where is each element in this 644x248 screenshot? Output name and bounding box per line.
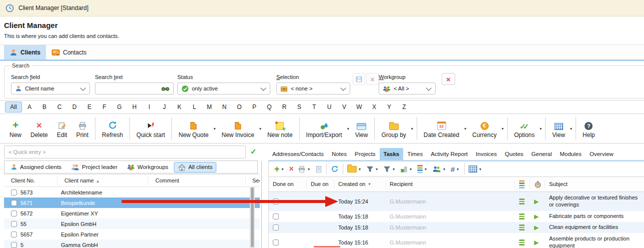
task-row[interactable]: Today 15:24 G.Mustermann ▶ Apply decorat… [269, 192, 644, 211]
column-due-on[interactable]: Due on [307, 180, 334, 188]
print-task-button[interactable]: ▾ [296, 166, 313, 173]
quick-entry-confirm-icon[interactable]: ✓ [250, 148, 257, 155]
client-row[interactable]: 5672 Eigentümer XY [4, 208, 260, 218]
alphabet-letter-x[interactable]: X [367, 102, 382, 112]
new-quote-button[interactable]: New Quote ▾ [174, 119, 217, 138]
column-done-on[interactable]: Done on [269, 180, 307, 188]
task-checkbox[interactable] [273, 198, 279, 204]
delete-task-button[interactable]: × [287, 165, 296, 173]
tab-project-leader[interactable]: Project leader [67, 162, 121, 172]
dropdown-arrow-icon[interactable]: ▾ [540, 126, 542, 131]
add-task-button[interactable]: +▾ [272, 165, 287, 173]
tab-invoices[interactable]: Invoices [472, 148, 501, 160]
report-button[interactable] [313, 166, 324, 173]
view-button[interactable]: View [351, 119, 373, 138]
group-by-button[interactable]: Group by ▾ [377, 119, 414, 138]
task-view-button[interactable]: ▾ [467, 166, 485, 172]
client-row[interactable]: 5 Gamma GmbH [4, 240, 260, 248]
alphabet-letter-a[interactable]: A [22, 102, 37, 112]
status-combobox[interactable]: only active [177, 82, 270, 94]
panel-divider[interactable] [261, 161, 262, 248]
import-export-button[interactable]: Import/Export ▾ [302, 119, 351, 138]
new-invoice-button[interactable]: New Invoice ▾ [217, 119, 263, 138]
alphabet-letter-m[interactable]: M [202, 102, 217, 112]
quick-start-button[interactable]: Quick start [132, 119, 169, 138]
priority-filter-button[interactable]: ▾ [415, 165, 430, 173]
people-filter-button[interactable]: ▾ [430, 166, 449, 172]
row-checkbox[interactable] [11, 200, 17, 206]
column-client-name[interactable]: Client name▲ [57, 176, 148, 184]
alphabet-letter-d[interactable]: D [67, 102, 82, 112]
currency-button[interactable]: €Currency ▾ [468, 119, 505, 138]
column-client-no[interactable]: Client No. [4, 176, 57, 184]
quick-entry-input[interactable]: < Quick entry > [4, 146, 246, 158]
alphabet-letter-k[interactable]: K [172, 102, 187, 112]
alphabet-letter-l[interactable]: L [187, 102, 202, 112]
row-checkbox[interactable] [11, 232, 17, 238]
task-checkbox[interactable] [273, 214, 279, 220]
dropdown-arrow-icon[interactable]: ▾ [425, 167, 427, 172]
delete-button[interactable]: ×Delete [26, 119, 52, 138]
task-folder-button[interactable]: ▾ [345, 166, 364, 172]
tab-contacts[interactable]: Contacts [46, 45, 92, 60]
client-row[interactable]: 5657 Epsilon Partner [4, 229, 260, 240]
tab-general[interactable]: General [528, 148, 556, 160]
search-text-input[interactable] [95, 82, 174, 94]
dropdown-arrow-icon[interactable]: ▾ [570, 126, 572, 131]
filter-edit-button[interactable]: ▾ [381, 166, 398, 173]
alphabet-letter-j[interactable]: J [157, 102, 172, 112]
alphabet-letter-y[interactable]: Y [382, 102, 397, 112]
row-checkbox[interactable] [11, 190, 17, 196]
alphabet-letter-t[interactable]: T [307, 102, 322, 112]
dropdown-arrow-icon[interactable]: ▾ [259, 126, 261, 131]
dropdown-arrow-icon[interactable]: ▾ [411, 126, 413, 131]
alphabet-letter-c[interactable]: C [52, 102, 67, 112]
client-table-scrollbar[interactable] [250, 186, 255, 248]
chart-button[interactable]: ▾ [398, 166, 415, 173]
save-selection-button[interactable] [353, 73, 365, 85]
binoculars-icon[interactable] [161, 86, 170, 92]
workgroup-combobox[interactable]: < All > [379, 82, 436, 94]
refresh-button[interactable]: Refresh [97, 119, 127, 138]
help-button[interactable]: ?Help [578, 119, 600, 138]
row-checkbox[interactable] [11, 242, 17, 248]
refresh-tasks-button[interactable] [329, 165, 341, 173]
grid-number-button[interactable]: #▾ [449, 166, 462, 173]
column-subject[interactable]: Subject [545, 180, 644, 188]
row-checkbox[interactable] [11, 210, 17, 216]
alphabet-all[interactable]: All [5, 102, 22, 112]
filter-button[interactable]: ▾ [364, 166, 381, 173]
column-created-on[interactable]: Created on▼ [334, 180, 386, 188]
alphabet-letter-z[interactable]: Z [397, 102, 412, 112]
dropdown-arrow-icon[interactable]: ▾ [479, 167, 481, 172]
alphabet-letter-e[interactable]: E [82, 102, 97, 112]
alphabet-letter-v[interactable]: V [337, 102, 352, 112]
edit-button[interactable]: Edit [52, 119, 72, 138]
column-duration[interactable] [530, 180, 545, 188]
dropdown-arrow-icon[interactable]: ▾ [457, 167, 459, 172]
row-checkbox[interactable] [11, 221, 17, 227]
dropdown-arrow-icon[interactable]: ▾ [410, 167, 412, 172]
tab-workgroups[interactable]: Workgroups [123, 162, 172, 172]
dropdown-arrow-icon[interactable]: ▾ [282, 167, 284, 172]
column-comment[interactable]: Comment [148, 176, 246, 184]
tab-quotes[interactable]: Quotes [501, 148, 528, 160]
date-created-button[interactable]: 12Date Created ▾ [419, 119, 468, 138]
clear-selection-button[interactable]: × [366, 73, 379, 85]
alphabet-letter-o[interactable]: O [232, 102, 247, 112]
task-row[interactable]: Today 15:18 G.Mustermann ▶ Fabricate par… [269, 211, 644, 222]
dropdown-arrow-icon[interactable]: ▾ [347, 126, 349, 131]
clear-workgroup-button[interactable]: × [442, 73, 455, 85]
tab-all-clients[interactable]: All clients [174, 162, 217, 172]
dropdown-arrow-icon[interactable]: ▾ [393, 167, 395, 172]
table-view-button[interactable]: View ▾ [548, 119, 574, 138]
task-row[interactable]: Today 15:18 G.Mustermann ▶ Clean equipme… [269, 222, 644, 233]
selection-combobox[interactable]: < none > [276, 82, 350, 94]
dropdown-arrow-icon[interactable]: ▾ [464, 126, 466, 131]
dropdown-arrow-icon[interactable]: ▾ [359, 167, 361, 172]
tab-notes[interactable]: Notes [328, 148, 351, 160]
tab-times[interactable]: Times [403, 148, 427, 160]
task-checkbox[interactable] [273, 240, 279, 246]
column-priority[interactable] [515, 180, 530, 188]
tab-addresses-contacts[interactable]: Addresses/Contacts [268, 148, 328, 160]
